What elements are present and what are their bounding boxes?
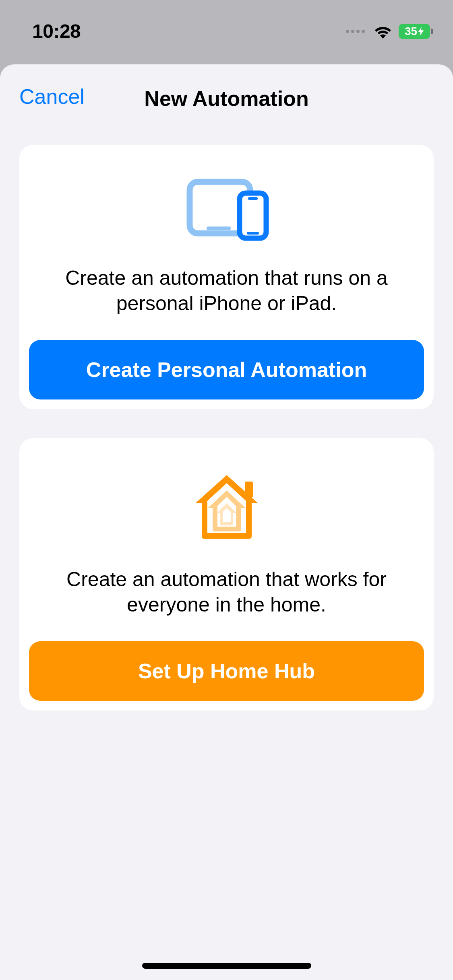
status-time: 10:28 xyxy=(32,20,81,42)
status-right: 35 xyxy=(346,24,433,39)
battery-icon: 35 xyxy=(399,24,433,39)
wifi-icon xyxy=(373,24,393,39)
home-indicator[interactable] xyxy=(142,963,311,969)
svg-rect-1 xyxy=(207,226,231,230)
cellular-dots-icon xyxy=(346,30,365,33)
battery-percentage: 35 xyxy=(405,25,417,38)
modal-sheet: Cancel New Automation Create an automati… xyxy=(0,64,453,980)
nav-bar: Cancel New Automation xyxy=(0,64,453,117)
devices-icon xyxy=(29,177,424,241)
set-up-home-hub-button[interactable]: Set Up Home Hub xyxy=(29,641,424,701)
personal-automation-card: Create an automation that runs on a pers… xyxy=(19,145,434,409)
svg-rect-3 xyxy=(248,197,258,200)
svg-rect-4 xyxy=(247,232,259,235)
svg-rect-5 xyxy=(245,482,253,498)
card-list: Create an automation that runs on a pers… xyxy=(0,117,453,710)
home-automation-card: Create an automation that works for ever… xyxy=(19,438,434,710)
personal-description: Create an automation that runs on a pers… xyxy=(29,266,424,316)
home-description: Create an automation that works for ever… xyxy=(29,567,424,617)
home-icon xyxy=(29,470,424,543)
status-bar: 10:28 35 xyxy=(0,0,453,56)
cancel-button[interactable]: Cancel xyxy=(19,84,85,109)
create-personal-automation-button[interactable]: Create Personal Automation xyxy=(29,340,424,399)
